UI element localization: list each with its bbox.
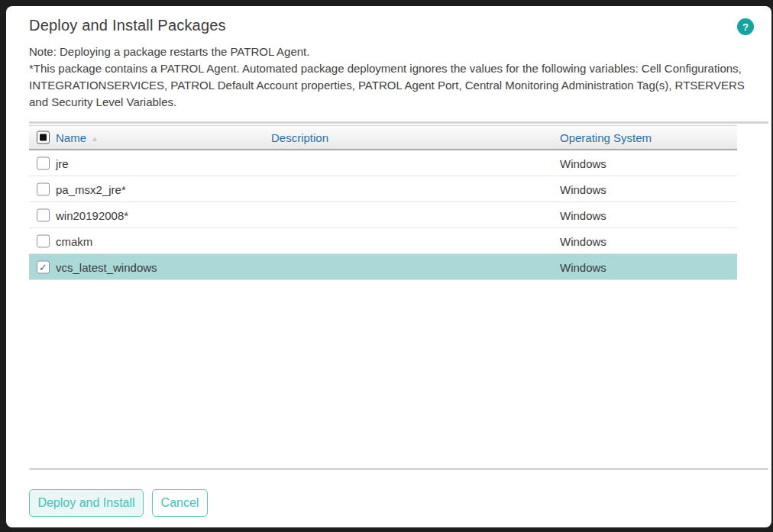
dialog-footer: Deploy and Install Cancel (29, 489, 208, 517)
help-icon[interactable]: ? (737, 18, 754, 35)
row-checkbox[interactable]: ✓ (37, 260, 50, 273)
table-scroll-rail-bottom[interactable] (29, 468, 768, 470)
package-name: cmakm (56, 234, 92, 247)
package-os: Windows (560, 156, 606, 169)
table-row[interactable]: ✓ jre Windows (29, 150, 737, 176)
indeterminate-icon (40, 134, 47, 141)
column-header-operating-system[interactable]: Operating System (560, 131, 652, 144)
select-all-checkbox[interactable] (37, 131, 50, 144)
table-row[interactable]: ✓ win20192008* Windows (29, 202, 737, 228)
table-row[interactable]: ✓ cmakm Windows (29, 228, 737, 254)
cancel-button[interactable]: Cancel (152, 489, 208, 517)
note-line-restart: Note: Deploying a package restarts the P… (29, 44, 753, 60)
packages-table: Name▲ Description Operating System ✓ jre… (29, 125, 737, 280)
dialog-title: Deploy and Install Packages (29, 17, 226, 34)
package-name: win20192008* (56, 208, 128, 221)
deploy-and-install-button[interactable]: Deploy and Install (29, 489, 144, 517)
table-row[interactable]: ✓ vcs_latest_windows Windows (29, 254, 737, 280)
package-os: Windows (560, 234, 606, 247)
row-checkbox[interactable]: ✓ (37, 156, 50, 169)
package-name: jre (56, 156, 69, 169)
deploy-install-dialog: Deploy and Install Packages ? Note: Depl… (6, 6, 771, 527)
table-header-row: Name▲ Description Operating System (29, 125, 737, 150)
checkmark-icon: ✓ (39, 262, 47, 272)
dialog-note: Note: Deploying a package restarts the P… (29, 44, 753, 111)
package-os: Windows (560, 182, 606, 195)
package-name: pa_msx2_jre* (56, 182, 126, 195)
package-os: Windows (560, 208, 606, 221)
column-header-description[interactable]: Description (271, 131, 328, 144)
column-header-name[interactable]: Name▲ (56, 131, 99, 144)
row-checkbox[interactable]: ✓ (37, 208, 50, 221)
sort-ascending-icon: ▲ (91, 134, 99, 143)
package-name: vcs_latest_windows (56, 260, 157, 273)
package-os: Windows (560, 260, 606, 273)
row-checkbox[interactable]: ✓ (37, 234, 50, 247)
table-scroll-rail-top (29, 121, 768, 124)
question-mark-icon: ? (742, 21, 749, 33)
row-checkbox[interactable]: ✓ (37, 182, 50, 195)
note-line-variables: *This package contains a PATROL Agent. A… (29, 60, 753, 111)
table-row[interactable]: ✓ pa_msx2_jre* Windows (29, 176, 737, 202)
